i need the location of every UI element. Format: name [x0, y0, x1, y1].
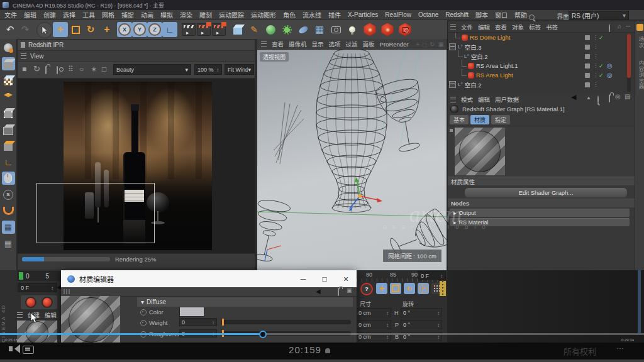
minimize-button[interactable]: ─	[292, 270, 314, 287]
object-row-rs-area-light[interactable]: RS Area Light	[448, 70, 635, 80]
coord-move-button[interactable]: +	[376, 283, 387, 294]
interface-dropdown[interactable]: RS (用户) ▾	[569, 11, 629, 20]
history-back-icon[interactable]: ◀	[571, 93, 576, 101]
key-bullet-icon[interactable]	[140, 309, 147, 315]
rs-camera-button[interactable]	[397, 22, 413, 37]
render-view-button[interactable]	[181, 22, 196, 37]
am-lock-icon[interactable]	[609, 94, 610, 102]
search-icon[interactable]	[529, 14, 535, 20]
mini-timeline[interactable]: 0 5	[17, 271, 61, 281]
soft-selection-button[interactable]: S	[2, 188, 15, 201]
menu-edit[interactable]: 编辑	[24, 10, 36, 19]
help-button[interactable]: ?	[360, 283, 373, 295]
am-search-icon[interactable]	[597, 96, 599, 104]
color-swatch[interactable]	[179, 307, 204, 317]
vp-menu-filter[interactable]: 过滤	[346, 40, 358, 48]
collapse-icon[interactable]	[449, 43, 456, 50]
workplane-button[interactable]	[2, 90, 15, 103]
weight-slider[interactable]	[221, 320, 351, 324]
layer-color-icon[interactable]	[636, 24, 643, 31]
snowflake-icon[interactable]: ∗	[91, 65, 97, 74]
object-mode-button[interactable]	[2, 57, 15, 70]
state-dots-icon[interactable]	[593, 44, 598, 50]
vp-menu-view[interactable]: 查看	[272, 40, 284, 48]
mew-material-preview[interactable]	[61, 296, 120, 343]
menu-sculpt[interactable]: 雕刻	[199, 10, 212, 19]
deformer-button[interactable]	[279, 22, 294, 37]
render-pass-dropdown[interactable]: Beauty▾	[113, 64, 191, 75]
menu-realflow[interactable]: RealFlow	[385, 11, 411, 18]
menu-simulate[interactable]: 模拟	[160, 10, 173, 19]
nodes-header[interactable]: Nodes	[448, 199, 635, 207]
object-row-null2[interactable]: 空白.2	[448, 80, 635, 89]
am-menu-mode[interactable]: 模式	[461, 95, 473, 104]
up-arrow-icon[interactable]: ▲	[586, 95, 591, 101]
region-box-icon[interactable]: □	[102, 65, 106, 74]
menu-grip-icon[interactable]	[450, 25, 456, 30]
enabled-check-icon[interactable]	[599, 72, 604, 79]
menu-character[interactable]: 角色	[283, 10, 296, 19]
diffuse-section-header[interactable]: ▾ Diffuse	[137, 297, 353, 307]
menu-help[interactable]: 帮助	[514, 10, 527, 19]
lock-x-axis-button[interactable]: X	[117, 22, 132, 37]
workplane-align-button[interactable]: ▦	[2, 237, 15, 250]
om-menu-view[interactable]: 查看	[495, 23, 507, 31]
am-menu-user-data[interactable]: 用户数据	[495, 95, 519, 104]
state-dots-icon[interactable]	[593, 63, 598, 69]
edges-mode-button[interactable]	[2, 123, 15, 136]
mew-lock-icon[interactable]	[338, 288, 339, 296]
render-settings-button[interactable]	[211, 22, 226, 37]
stop-render-button[interactable]: ■	[22, 65, 26, 74]
size-y-field[interactable]: 0 cm	[356, 320, 391, 329]
object-row-rs-dome-light[interactable]: RS Dome Light	[448, 33, 635, 42]
lock-y-axis-button[interactable]: Y	[132, 22, 147, 37]
om-menu-file[interactable]: 文件	[461, 23, 473, 31]
weight-value-field[interactable]: 0	[179, 318, 217, 326]
menu-xparticles[interactable]: X-Particles	[348, 11, 378, 18]
tab-basic[interactable]: 基本	[450, 115, 469, 124]
weight-slider-handle[interactable]	[222, 319, 224, 326]
lock-z-axis-button[interactable]: Z	[147, 22, 162, 37]
om-scrollbar[interactable]	[627, 34, 631, 92]
layer-chip-icon[interactable]	[585, 54, 590, 59]
matman-menu-edit[interactable]: 编辑	[45, 310, 57, 319]
lock-icon[interactable]	[45, 66, 47, 74]
layer-chip-icon[interactable]	[585, 35, 590, 40]
size-x-field[interactable]: 0 cm	[356, 308, 391, 317]
om-search-icon[interactable]	[609, 24, 610, 32]
coord-p-button[interactable]: P	[418, 283, 429, 294]
mew-titlebar[interactable]: 材质编辑器 ─ □ ×	[61, 270, 357, 287]
environment-button[interactable]	[296, 22, 311, 37]
ipr-menu-view[interactable]: View	[30, 53, 44, 60]
pan-view-icon[interactable]: +	[416, 41, 419, 48]
material-preview-thumb[interactable]	[455, 128, 505, 175]
rotation-h-field[interactable]: 0 °	[401, 308, 442, 317]
am-target-icon[interactable]: ◎	[615, 93, 621, 100]
circle-region-icon[interactable]: ○	[79, 65, 84, 74]
tab-assign[interactable]: 指定	[491, 115, 510, 124]
rs-dome-light-button[interactable]	[362, 22, 377, 37]
menu-mesh[interactable]: 网格	[102, 10, 114, 19]
move-tool-button[interactable]: +	[53, 22, 68, 37]
fit-window-dropdown[interactable]: Fit Window▾	[225, 64, 254, 75]
object-row-null3[interactable]: 空白.3	[448, 42, 635, 52]
rs-area-light-button[interactable]	[380, 22, 395, 37]
layer-chip-icon[interactable]	[585, 45, 590, 50]
ipr-titlebar[interactable]: Redshift IPR	[18, 40, 255, 51]
object-row-null2-child[interactable]: 空白.2	[448, 52, 635, 61]
coord-rotate-button[interactable]: ↻	[404, 283, 415, 294]
points-mode-button[interactable]	[2, 106, 15, 119]
maximize-button[interactable]: □	[314, 270, 335, 287]
menu-animate[interactable]: 动画	[141, 10, 153, 19]
state-dots-icon[interactable]	[593, 35, 598, 40]
layer-chip-icon[interactable]	[585, 63, 590, 69]
autokey-button[interactable]	[42, 297, 53, 308]
vp-menu-display[interactable]: 显示	[312, 40, 324, 48]
live-selection-button[interactable]	[36, 22, 53, 38]
enabled-check-icon[interactable]	[599, 35, 604, 41]
perspective-viewport[interactable]: 透视视图 网格间距 : 100 cm	[257, 50, 447, 270]
mew-panel-icon[interactable]: ▣	[347, 287, 352, 293]
coord-scale-button[interactable]	[390, 283, 401, 294]
menu-tools[interactable]: 工具	[82, 10, 95, 19]
menu-select[interactable]: 选择	[63, 10, 75, 19]
